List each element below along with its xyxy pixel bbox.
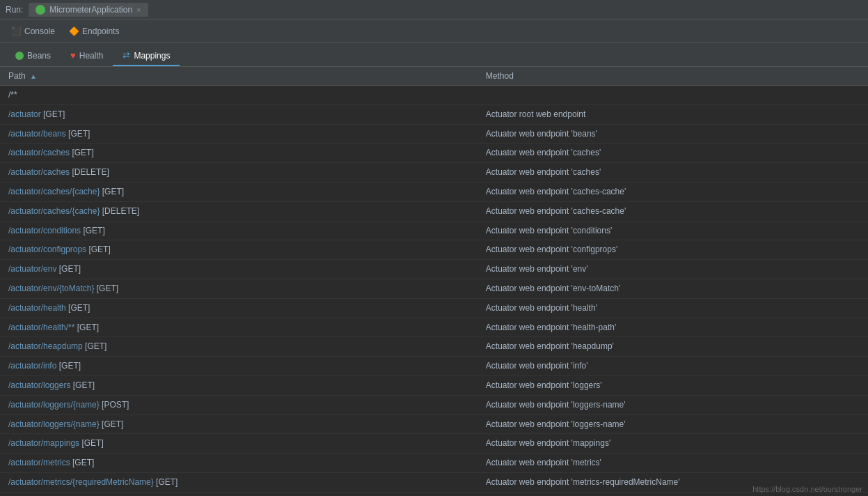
table-row: /actuator/loggers/{name} [GET]Actuator w…: [0, 414, 868, 434]
tab-mappings[interactable]: ⇄ Mappings: [113, 46, 180, 66]
path-link[interactable]: /actuator/caches/{cache}: [8, 187, 100, 196]
path-link[interactable]: /actuator/info: [8, 361, 56, 371]
method-tag: [DELETE]: [70, 167, 109, 177]
method-cell: Actuator web endpoint 'health-path': [478, 318, 868, 337]
path-cell: /actuator/beans [GET]: [0, 124, 478, 144]
path-cell: /actuator/env [GET]: [0, 260, 478, 279]
sort-arrow-icon: ▲: [30, 72, 37, 80]
path-link[interactable]: /actuator/metrics: [8, 458, 70, 467]
table-header-row: Path ▲ Method: [0, 67, 868, 86]
method-tag: [GET]: [66, 303, 90, 313]
path-cell: /actuator/health/** [GET]: [0, 318, 478, 337]
path-cell: /actuator/metrics/{requiredMetricName} […: [0, 472, 478, 492]
path-cell: /actuator/loggers [GET]: [0, 375, 478, 395]
path-cell: /actuator/caches/{cache} [DELETE]: [0, 201, 478, 221]
path-link[interactable]: /actuator/heapdump: [8, 341, 83, 351]
method-cell: Actuator web endpoint 'health': [478, 298, 868, 318]
method-cell: Actuator web endpoint 'caches-cache': [478, 201, 868, 221]
app-icon: [35, 5, 45, 15]
path-cell: /actuator/metrics [GET]: [0, 454, 478, 473]
health-icon: ♥: [70, 50, 76, 61]
path-link[interactable]: /actuator/caches: [8, 148, 70, 157]
path-link[interactable]: /actuator/health: [8, 303, 66, 313]
path-link[interactable]: /actuator/env: [8, 264, 56, 274]
path-link[interactable]: /actuator/health/**: [8, 323, 74, 332]
method-cell: Actuator web endpoint 'beans': [478, 124, 868, 144]
method-tag: [GET]: [70, 148, 94, 157]
beans-icon: [15, 52, 24, 60]
method-tag: [GET]: [100, 187, 124, 196]
table-row: /actuator/caches [DELETE]Actuator web en…: [0, 163, 868, 183]
table-body: /**/actuator [GET]Actuator root web endp…: [0, 86, 868, 497]
method-cell: Actuator web endpoint 'loggers-name': [478, 395, 868, 414]
method-tag: [GET]: [56, 361, 81, 371]
path-cell: /actuator/env/{toMatch} [GET]: [0, 279, 478, 298]
table-row: /actuator/configprops [GET]Actuator web …: [0, 240, 868, 260]
method-cell: Actuator web endpoint 'caches': [478, 144, 868, 163]
method-tag: [GET]: [86, 245, 111, 254]
path-header-label: Path: [8, 71, 26, 81]
path-link[interactable]: /actuator/caches: [8, 167, 70, 177]
table-row: /actuator/mappings [GET]Actuator web end…: [0, 434, 868, 454]
content-area[interactable]: Path ▲ Method /**/actuator [GET]Actuator…: [0, 67, 868, 496]
path-column-header[interactable]: Path ▲: [0, 67, 478, 86]
path-cell: /actuator/loggers/{name} [POST]: [0, 395, 478, 414]
table-row: /actuator/beans [GET]Actuator web endpoi…: [0, 124, 868, 144]
method-cell: [478, 86, 868, 105]
method-tag: [POST]: [100, 400, 129, 410]
path-cell: /actuator/caches [DELETE]: [0, 163, 478, 183]
table-row: /actuator/metrics/{requiredMetricName} […: [0, 472, 868, 492]
path-link[interactable]: /actuator/mappings: [8, 438, 79, 448]
method-tag: [GET]: [70, 380, 95, 390]
tab-health[interactable]: ♥ Health: [61, 46, 113, 66]
tab-beans-label: Beans: [27, 51, 51, 61]
table-row: /actuator/prometheus [GET]Actuator web e…: [0, 492, 868, 496]
method-cell: Actuator web endpoint 'caches-cache': [478, 182, 868, 201]
endpoints-button[interactable]: 🔶 Endpoints: [63, 24, 125, 39]
tab-mappings-label: Mappings: [134, 51, 170, 61]
table-row: /actuator/caches/{cache} [DELETE]Actuato…: [0, 201, 868, 221]
method-cell: Actuator web endpoint 'caches': [478, 163, 868, 183]
table-row: /actuator/env/{toMatch} [GET]Actuator we…: [0, 279, 868, 298]
table-row: /actuator/metrics [GET]Actuator web endp…: [0, 454, 868, 473]
tabs-row: Beans ♥ Health ⇄ Mappings: [0, 43, 868, 67]
table-row: /actuator/info [GET]Actuator web endpoin…: [0, 357, 868, 376]
table-row: /actuator/caches/{cache} [GET]Actuator w…: [0, 182, 868, 201]
path-link[interactable]: /actuator/loggers/{name}: [8, 400, 100, 410]
path-link[interactable]: /actuator/loggers/{name}: [8, 419, 100, 429]
path-cell: /actuator/caches/{cache} [GET]: [0, 182, 478, 201]
path-cell: /actuator [GET]: [0, 104, 478, 124]
app-tab[interactable]: MicrometerApplication ×: [29, 3, 148, 17]
mappings-icon: ⇄: [123, 50, 130, 61]
title-bar: Run: MicrometerApplication ×: [0, 0, 868, 20]
method-tag: [GET]: [56, 264, 81, 274]
method-column-header[interactable]: Method: [478, 67, 868, 86]
method-tag: [GET]: [66, 129, 90, 139]
method-tag: [GET]: [81, 226, 105, 235]
close-tab-button[interactable]: ×: [136, 6, 141, 14]
path-cell: /actuator/health [GET]: [0, 298, 478, 318]
app-name: MicrometerApplication: [49, 5, 132, 15]
toolbar: ⬛ Console 🔶 Endpoints: [0, 20, 868, 43]
path-link[interactable]: /actuator/caches/{cache}: [8, 206, 100, 216]
method-header-label: Method: [486, 71, 514, 81]
method-tag: [GET]: [79, 438, 104, 448]
path-cell: /actuator/mappings [GET]: [0, 434, 478, 454]
path-link[interactable]: /actuator/loggers: [8, 380, 70, 390]
table-row: /actuator/loggers/{name} [POST]Actuator …: [0, 395, 868, 414]
path-link[interactable]: /actuator: [8, 109, 41, 119]
method-tag: [GET]: [41, 109, 65, 119]
path-link[interactable]: /actuator/conditions: [8, 226, 81, 235]
path-link[interactable]: /actuator/configprops: [8, 245, 86, 254]
console-label: Console: [24, 26, 55, 36]
method-cell: Actuator web endpoint 'heapdump': [478, 337, 868, 357]
path-link[interactable]: /actuator/metrics/{requiredMetricName}: [8, 477, 154, 487]
path-link[interactable]: /actuator/beans: [8, 129, 66, 139]
console-button[interactable]: ⬛ Console: [6, 24, 61, 39]
main-layout: Path ▲ Method /**/actuator [GET]Actuator…: [0, 67, 868, 496]
table-row: /actuator/health [GET]Actuator web endpo…: [0, 298, 868, 318]
path-link[interactable]: /actuator/env/{toMatch}: [8, 284, 94, 293]
path-cell: /actuator/heapdump [GET]: [0, 337, 478, 357]
table-row: /**: [0, 86, 868, 105]
tab-beans[interactable]: Beans: [6, 47, 61, 66]
